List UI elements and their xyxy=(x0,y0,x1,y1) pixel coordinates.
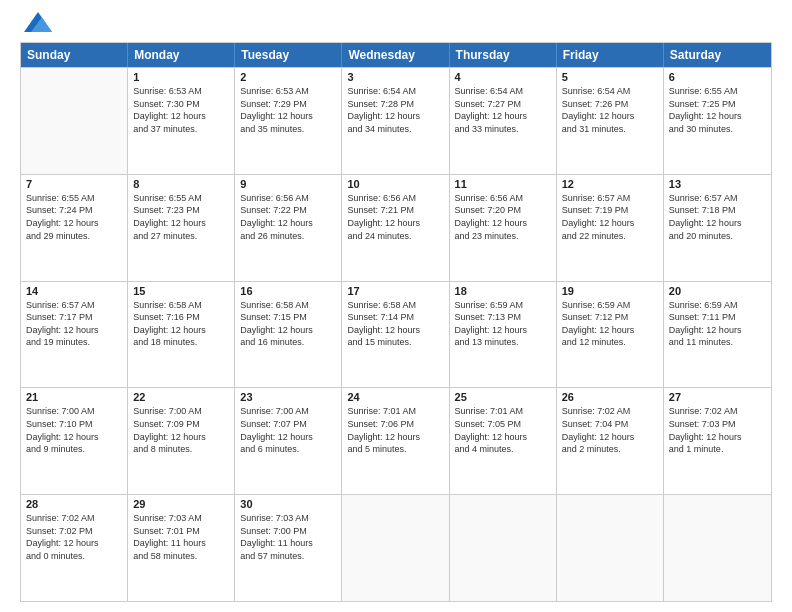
day-number: 4 xyxy=(455,71,551,83)
calendar-cell: 27Sunrise: 7:02 AM Sunset: 7:03 PM Dayli… xyxy=(664,388,771,494)
day-number: 21 xyxy=(26,391,122,403)
calendar-cell: 11Sunrise: 6:56 AM Sunset: 7:20 PM Dayli… xyxy=(450,175,557,281)
day-number: 2 xyxy=(240,71,336,83)
calendar-cell xyxy=(450,495,557,601)
day-info: Sunrise: 7:03 AM Sunset: 7:00 PM Dayligh… xyxy=(240,512,336,562)
day-info: Sunrise: 6:55 AM Sunset: 7:25 PM Dayligh… xyxy=(669,85,766,135)
day-info: Sunrise: 7:01 AM Sunset: 7:06 PM Dayligh… xyxy=(347,405,443,455)
day-info: Sunrise: 6:57 AM Sunset: 7:19 PM Dayligh… xyxy=(562,192,658,242)
day-info: Sunrise: 6:58 AM Sunset: 7:16 PM Dayligh… xyxy=(133,299,229,349)
weekday-header: Saturday xyxy=(664,43,771,67)
day-info: Sunrise: 6:54 AM Sunset: 7:27 PM Dayligh… xyxy=(455,85,551,135)
calendar-cell: 22Sunrise: 7:00 AM Sunset: 7:09 PM Dayli… xyxy=(128,388,235,494)
day-info: Sunrise: 7:01 AM Sunset: 7:05 PM Dayligh… xyxy=(455,405,551,455)
day-number: 8 xyxy=(133,178,229,190)
day-number: 15 xyxy=(133,285,229,297)
calendar-cell: 9Sunrise: 6:56 AM Sunset: 7:22 PM Daylig… xyxy=(235,175,342,281)
calendar-row: 21Sunrise: 7:00 AM Sunset: 7:10 PM Dayli… xyxy=(21,387,771,494)
day-number: 6 xyxy=(669,71,766,83)
calendar-cell xyxy=(664,495,771,601)
day-number: 25 xyxy=(455,391,551,403)
calendar-row: 28Sunrise: 7:02 AM Sunset: 7:02 PM Dayli… xyxy=(21,494,771,601)
day-number: 16 xyxy=(240,285,336,297)
day-number: 17 xyxy=(347,285,443,297)
calendar-row: 7Sunrise: 6:55 AM Sunset: 7:24 PM Daylig… xyxy=(21,174,771,281)
calendar-cell: 26Sunrise: 7:02 AM Sunset: 7:04 PM Dayli… xyxy=(557,388,664,494)
weekday-header: Tuesday xyxy=(235,43,342,67)
calendar-cell: 30Sunrise: 7:03 AM Sunset: 7:00 PM Dayli… xyxy=(235,495,342,601)
day-number: 3 xyxy=(347,71,443,83)
day-info: Sunrise: 6:59 AM Sunset: 7:13 PM Dayligh… xyxy=(455,299,551,349)
day-number: 30 xyxy=(240,498,336,510)
calendar-cell: 13Sunrise: 6:57 AM Sunset: 7:18 PM Dayli… xyxy=(664,175,771,281)
day-info: Sunrise: 6:54 AM Sunset: 7:28 PM Dayligh… xyxy=(347,85,443,135)
weekday-header: Friday xyxy=(557,43,664,67)
calendar-row: 14Sunrise: 6:57 AM Sunset: 7:17 PM Dayli… xyxy=(21,281,771,388)
day-info: Sunrise: 6:54 AM Sunset: 7:26 PM Dayligh… xyxy=(562,85,658,135)
day-number: 24 xyxy=(347,391,443,403)
day-number: 28 xyxy=(26,498,122,510)
day-number: 7 xyxy=(26,178,122,190)
header xyxy=(20,16,772,32)
day-info: Sunrise: 7:02 AM Sunset: 7:04 PM Dayligh… xyxy=(562,405,658,455)
calendar-cell: 5Sunrise: 6:54 AM Sunset: 7:26 PM Daylig… xyxy=(557,68,664,174)
calendar-cell: 20Sunrise: 6:59 AM Sunset: 7:11 PM Dayli… xyxy=(664,282,771,388)
day-number: 23 xyxy=(240,391,336,403)
calendar-cell: 14Sunrise: 6:57 AM Sunset: 7:17 PM Dayli… xyxy=(21,282,128,388)
page: SundayMondayTuesdayWednesdayThursdayFrid… xyxy=(0,0,792,612)
calendar-cell: 28Sunrise: 7:02 AM Sunset: 7:02 PM Dayli… xyxy=(21,495,128,601)
day-info: Sunrise: 6:57 AM Sunset: 7:18 PM Dayligh… xyxy=(669,192,766,242)
day-number: 26 xyxy=(562,391,658,403)
day-info: Sunrise: 6:56 AM Sunset: 7:22 PM Dayligh… xyxy=(240,192,336,242)
calendar-row: 1Sunrise: 6:53 AM Sunset: 7:30 PM Daylig… xyxy=(21,67,771,174)
calendar-cell: 19Sunrise: 6:59 AM Sunset: 7:12 PM Dayli… xyxy=(557,282,664,388)
day-info: Sunrise: 7:02 AM Sunset: 7:03 PM Dayligh… xyxy=(669,405,766,455)
day-info: Sunrise: 7:00 AM Sunset: 7:09 PM Dayligh… xyxy=(133,405,229,455)
calendar-header: SundayMondayTuesdayWednesdayThursdayFrid… xyxy=(21,43,771,67)
calendar-cell xyxy=(21,68,128,174)
day-number: 14 xyxy=(26,285,122,297)
day-number: 19 xyxy=(562,285,658,297)
calendar-cell: 3Sunrise: 6:54 AM Sunset: 7:28 PM Daylig… xyxy=(342,68,449,174)
weekday-header: Monday xyxy=(128,43,235,67)
day-number: 29 xyxy=(133,498,229,510)
day-info: Sunrise: 6:58 AM Sunset: 7:15 PM Dayligh… xyxy=(240,299,336,349)
calendar: SundayMondayTuesdayWednesdayThursdayFrid… xyxy=(20,42,772,602)
calendar-cell: 29Sunrise: 7:03 AM Sunset: 7:01 PM Dayli… xyxy=(128,495,235,601)
calendar-cell: 12Sunrise: 6:57 AM Sunset: 7:19 PM Dayli… xyxy=(557,175,664,281)
calendar-cell: 17Sunrise: 6:58 AM Sunset: 7:14 PM Dayli… xyxy=(342,282,449,388)
day-info: Sunrise: 7:03 AM Sunset: 7:01 PM Dayligh… xyxy=(133,512,229,562)
calendar-cell: 10Sunrise: 6:56 AM Sunset: 7:21 PM Dayli… xyxy=(342,175,449,281)
day-number: 9 xyxy=(240,178,336,190)
day-number: 18 xyxy=(455,285,551,297)
day-info: Sunrise: 7:00 AM Sunset: 7:07 PM Dayligh… xyxy=(240,405,336,455)
calendar-cell: 21Sunrise: 7:00 AM Sunset: 7:10 PM Dayli… xyxy=(21,388,128,494)
calendar-cell: 4Sunrise: 6:54 AM Sunset: 7:27 PM Daylig… xyxy=(450,68,557,174)
weekday-header: Sunday xyxy=(21,43,128,67)
calendar-cell xyxy=(557,495,664,601)
calendar-cell: 6Sunrise: 6:55 AM Sunset: 7:25 PM Daylig… xyxy=(664,68,771,174)
calendar-cell: 8Sunrise: 6:55 AM Sunset: 7:23 PM Daylig… xyxy=(128,175,235,281)
day-number: 5 xyxy=(562,71,658,83)
day-info: Sunrise: 6:59 AM Sunset: 7:12 PM Dayligh… xyxy=(562,299,658,349)
day-info: Sunrise: 6:53 AM Sunset: 7:30 PM Dayligh… xyxy=(133,85,229,135)
logo-icon xyxy=(24,12,52,32)
day-number: 11 xyxy=(455,178,551,190)
day-info: Sunrise: 6:55 AM Sunset: 7:24 PM Dayligh… xyxy=(26,192,122,242)
calendar-cell: 7Sunrise: 6:55 AM Sunset: 7:24 PM Daylig… xyxy=(21,175,128,281)
calendar-cell: 2Sunrise: 6:53 AM Sunset: 7:29 PM Daylig… xyxy=(235,68,342,174)
day-info: Sunrise: 6:59 AM Sunset: 7:11 PM Dayligh… xyxy=(669,299,766,349)
day-info: Sunrise: 6:56 AM Sunset: 7:21 PM Dayligh… xyxy=(347,192,443,242)
day-number: 1 xyxy=(133,71,229,83)
calendar-cell: 23Sunrise: 7:00 AM Sunset: 7:07 PM Dayli… xyxy=(235,388,342,494)
calendar-cell: 15Sunrise: 6:58 AM Sunset: 7:16 PM Dayli… xyxy=(128,282,235,388)
day-number: 13 xyxy=(669,178,766,190)
calendar-cell: 24Sunrise: 7:01 AM Sunset: 7:06 PM Dayli… xyxy=(342,388,449,494)
day-number: 27 xyxy=(669,391,766,403)
day-number: 10 xyxy=(347,178,443,190)
logo xyxy=(20,16,52,32)
calendar-cell: 18Sunrise: 6:59 AM Sunset: 7:13 PM Dayli… xyxy=(450,282,557,388)
day-info: Sunrise: 6:57 AM Sunset: 7:17 PM Dayligh… xyxy=(26,299,122,349)
weekday-header: Wednesday xyxy=(342,43,449,67)
day-info: Sunrise: 7:00 AM Sunset: 7:10 PM Dayligh… xyxy=(26,405,122,455)
